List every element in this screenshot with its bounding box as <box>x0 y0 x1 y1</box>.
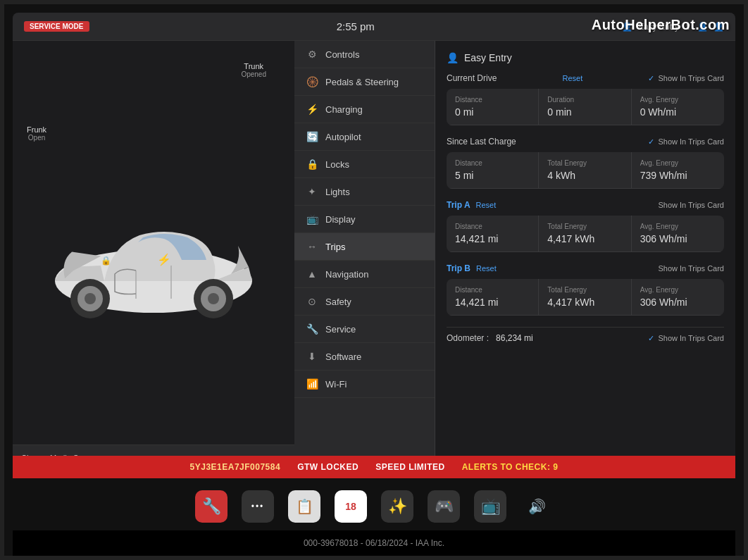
trip-b-header: Trip B Reset Show In Trips Card <box>447 263 724 273</box>
since-last-charge-distance-label: Distance <box>455 159 530 167</box>
trips-label: Trips <box>325 242 345 252</box>
controls-icon: ⚙ <box>306 49 318 60</box>
current-drive-header: Current Drive Reset ✓ Show In Trips Card <box>447 73 724 83</box>
svg-text:🔒: 🔒 <box>101 255 111 266</box>
display-icon: 📺 <box>306 213 318 225</box>
taskbar-notes-button[interactable]: 📋 <box>288 490 320 523</box>
speed-limit-label: SPEED LIMITED <box>375 462 445 472</box>
navigation-label: Navigation <box>325 269 368 280</box>
trip-a-stats: Distance 14,421 mi Total Energy 4,417 kW… <box>447 216 724 252</box>
trips-icon: ↔ <box>306 241 318 252</box>
trunk-title: Trunk <box>241 62 266 70</box>
since-last-charge-stats: Distance 5 mi Total Energy 4 kWh Avg. En… <box>447 152 724 189</box>
locks-label: Locks <box>325 159 349 170</box>
gtw-label: GTW LOCKED <box>297 462 359 472</box>
taskbar-calendar-button[interactable]: 18 <box>335 490 367 523</box>
menu-item-trips[interactable]: ↔ Trips <box>294 233 435 261</box>
menu-item-navigation[interactable]: ▲ Navigation <box>294 261 435 288</box>
trip-a-header: Trip A Reset Show In Trips Card <box>447 200 724 210</box>
current-drive-show-trips: ✓ Show In Trips Card <box>648 74 724 83</box>
since-last-charge-title: Since Last Charge <box>447 137 516 147</box>
menu-item-software[interactable]: ⬇ Software <box>294 343 435 371</box>
pedals-label: Pedals & Steering <box>325 77 399 87</box>
svg-text:⚡: ⚡ <box>157 253 171 266</box>
footer-text: 000-39678018 - 06/18/2024 - IAA Inc. <box>304 538 444 548</box>
easy-entry-title: Easy Entry <box>464 52 512 63</box>
trip-b-section: Trip B Reset Show In Trips Card Distance… <box>447 263 724 316</box>
since-last-charge-header: Since Last Charge ✓ Show In Trips Card <box>447 137 724 147</box>
top-bar-left: SERVICE MODE <box>24 21 89 32</box>
alerts-label: ALERTS TO CHECK: 9 <box>462 462 559 472</box>
taskbar-tv-button[interactable]: 📺 <box>474 490 506 523</box>
software-icon: ⬇ <box>306 351 318 362</box>
tesla-ui: SERVICE MODE 2:55 pm 👤 Easy Entry ⬆ 👤 👤 <box>13 13 735 478</box>
odometer-label-text: Odometer : <box>447 333 489 343</box>
autopilot-label: Autopilot <box>325 132 361 142</box>
service-icon: 🔧 <box>306 323 318 335</box>
charging-label: Charging <box>325 104 363 115</box>
odometer-bar: Odometer : 86,234 mi ✓ Show In Trips Car… <box>447 327 724 349</box>
autopilot-icon: 🔄 <box>306 131 318 142</box>
menu-item-display[interactable]: 📺 Display <box>294 206 435 233</box>
menu-item-service[interactable]: 🔧 Service <box>294 316 435 343</box>
current-drive-distance-value: 0 mi <box>455 106 530 118</box>
svg-point-3 <box>85 293 96 304</box>
since-last-charge-energy-value: 4 kWh <box>547 170 622 181</box>
navigation-icon: ▲ <box>306 268 318 280</box>
menu-item-pedals[interactable]: 🛞 Pedals & Steering <box>294 68 435 96</box>
pedals-icon: 🛞 <box>306 76 318 87</box>
trip-b-distance-value: 14,421 mi <box>455 297 530 308</box>
trunk-status: Opened <box>241 70 266 78</box>
taskbar-star-button[interactable]: ✨ <box>381 490 413 523</box>
trip-b-distance-cell: Distance 14,421 mi <box>447 279 539 316</box>
trip-b-show-trips: Show In Trips Card <box>658 264 724 273</box>
current-drive-distance-label: Distance <box>455 96 530 104</box>
taskbar-game-button[interactable]: 🎮 <box>428 490 460 523</box>
frunk-status: Open <box>27 134 46 142</box>
menu-item-charging[interactable]: ⚡ Charging <box>294 96 435 123</box>
lights-icon: ✦ <box>306 186 318 197</box>
current-drive-reset-button[interactable]: Reset <box>563 74 583 82</box>
trip-b-label: Trip B <box>447 263 470 273</box>
taskbar-volume-button[interactable]: 🔊 <box>521 490 553 523</box>
menu-item-autopilot[interactable]: 🔄 Autopilot <box>294 123 435 151</box>
trip-a-reset-button[interactable]: Reset <box>476 201 497 209</box>
service-label: Service <box>325 324 356 335</box>
footer-bar: 000-39678018 - 06/18/2024 - IAA Inc. <box>13 530 735 556</box>
odometer-value: 86,234 mi <box>496 333 533 343</box>
menu-item-controls[interactable]: ⚙ Controls <box>294 41 435 68</box>
main-content: 👤 Easy Entry Current Drive Reset ✓ Show … <box>435 41 735 478</box>
svg-point-6 <box>208 293 219 304</box>
trip-a-energy-cell: Total Energy 4,417 kWh <box>539 216 631 252</box>
vin-label: 5YJ3E1EA7JF007584 <box>190 462 281 472</box>
since-last-charge-distance-cell: Distance 5 mi <box>447 152 539 189</box>
trip-b-avg-value: 306 Wh/mi <box>640 297 716 308</box>
odometer-checkmark-icon: ✓ <box>648 334 654 343</box>
trip-b-energy-label: Total Energy <box>547 286 622 294</box>
checkmark-icon: ✓ <box>648 74 654 83</box>
odometer-show-trips-label: Show In Trips Card <box>658 334 724 342</box>
taskbar-wrench-button[interactable]: 🔧 <box>195 490 227 523</box>
menu-item-safety[interactable]: ⊙ Safety <box>294 288 435 316</box>
trip-a-energy-value: 4,417 kWh <box>547 233 622 244</box>
since-last-charge-section: Since Last Charge ✓ Show In Trips Card D… <box>447 137 724 189</box>
since-last-charge-distance-value: 5 mi <box>455 170 530 181</box>
trip-a-distance-cell: Distance 14,421 mi <box>447 216 539 252</box>
menu-item-lights[interactable]: ✦ Lights <box>294 178 435 206</box>
current-drive-duration-label: Duration <box>547 96 622 104</box>
menu-item-locks[interactable]: 🔒 Locks <box>294 151 435 178</box>
trip-a-section: Trip A Reset Show In Trips Card Distance… <box>447 200 724 252</box>
car-panel: ⚡ 🔒 Trunk Opened Frunk Open <box>13 41 294 478</box>
since-last-charge-show-trips: ✓ Show In Trips Card <box>648 137 724 147</box>
trunk-label: Trunk Opened <box>241 62 266 78</box>
wifi-label: Wi-Fi <box>325 379 347 390</box>
software-label: Software <box>325 351 361 362</box>
trip-b-reset-button[interactable]: Reset <box>476 264 497 273</box>
menu-item-wifi[interactable]: 📶 Wi-Fi <box>294 371 435 398</box>
locks-icon: 🔒 <box>306 158 318 170</box>
safety-icon: ⊙ <box>306 296 318 307</box>
frunk-label: Frunk Open <box>27 125 46 142</box>
content-area: ⚡ 🔒 Trunk Opened Frunk Open <box>13 41 735 478</box>
taskbar-dots-button[interactable]: ••• <box>242 490 274 523</box>
since-last-charge-avg-label: Avg. Energy <box>640 159 716 167</box>
